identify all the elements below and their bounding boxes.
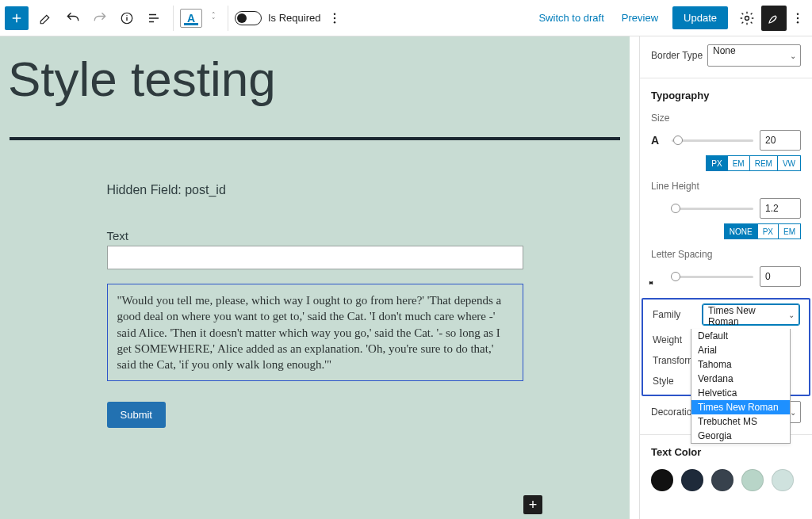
edit-button[interactable] <box>33 6 59 31</box>
font-option[interactable]: Default <box>691 329 790 343</box>
border-type-value: None <box>713 45 736 56</box>
color-swatch[interactable] <box>681 469 703 491</box>
unit-rem[interactable]: REM <box>750 155 778 171</box>
color-swatch[interactable] <box>651 469 673 491</box>
slider-thumb[interactable] <box>671 272 680 281</box>
update-button[interactable]: Update <box>672 6 728 29</box>
size-label: Size <box>651 113 801 124</box>
color-swatch[interactable] <box>741 469 764 491</box>
color-swatch[interactable] <box>711 469 733 491</box>
line-unit-pills: NONE PX EM <box>651 223 801 239</box>
svg-point-3 <box>334 21 335 23</box>
font-option[interactable]: Arial <box>691 343 790 357</box>
border-type-row: Border Type None ⌄ <box>651 44 801 67</box>
size-slider[interactable] <box>672 139 753 142</box>
letter-spacing-row: ◂▸ 0 <box>651 266 801 287</box>
editor-canvas[interactable]: Style testing Hidden Field: post_id Text… <box>0 36 630 519</box>
is-required-toggle[interactable] <box>235 11 262 25</box>
font-option[interactable]: Verdana <box>691 372 790 386</box>
line-height-input[interactable]: 1.2 <box>760 198 801 219</box>
svg-point-4 <box>745 16 749 20</box>
font-size-stepper[interactable]: ˄ ˅ <box>205 9 221 28</box>
letter-spacing-label: Letter Spacing <box>651 249 801 260</box>
svg-point-2 <box>334 17 335 18</box>
unit-px[interactable]: PX <box>706 155 727 171</box>
size-unit-pills: PX EM REM VW <box>651 155 801 171</box>
svg-point-6 <box>797 17 799 18</box>
text-input[interactable] <box>107 246 523 269</box>
text-color-heading: Text Color <box>651 446 801 458</box>
add-block-inline-button[interactable]: + <box>523 495 542 514</box>
size-slider-row: A 20 <box>651 130 801 151</box>
font-option[interactable]: Tahoma <box>691 357 790 372</box>
styles-panel-button[interactable] <box>761 6 787 31</box>
unit-none[interactable]: NONE <box>724 223 758 239</box>
sidebar-separator <box>640 78 812 78</box>
letter-spacing-slider[interactable] <box>672 276 753 278</box>
font-option-selected[interactable]: Times New Roman <box>691 400 790 414</box>
border-type-select[interactable]: None ⌄ <box>707 44 801 67</box>
border-type-label: Border Type <box>651 50 703 61</box>
font-family-group: Family Times New Roman ⌄ Default Arial T… <box>642 298 810 396</box>
submit-button[interactable]: Submit <box>107 402 166 428</box>
line-height-slider[interactable] <box>672 208 753 210</box>
font-option[interactable]: Helvetica <box>691 386 790 400</box>
toolbar-separator <box>228 6 228 31</box>
slider-thumb[interactable] <box>673 135 683 145</box>
info-button[interactable] <box>114 6 140 31</box>
font-family-dropdown: Default Arial Tahoma Verdana Helvetica T… <box>691 329 791 444</box>
text-color-underline <box>184 23 198 25</box>
unit-px[interactable]: PX <box>758 223 779 239</box>
line-height-row: 1.2 <box>651 198 801 219</box>
text-field-label[interactable]: Text <box>107 229 523 242</box>
outline-button[interactable] <box>141 6 167 31</box>
text-transform-label: Transform <box>653 355 695 366</box>
svg-point-5 <box>797 13 799 14</box>
font-family-select[interactable]: Times New Roman ⌄ Default Arial Tahoma V… <box>703 304 799 325</box>
color-swatch[interactable] <box>772 469 794 491</box>
paragraph-block-selected[interactable]: "Would you tell me, please, which way I … <box>107 284 523 381</box>
is-required-label: Is Required <box>268 12 320 24</box>
text-color-picker[interactable]: A <box>180 9 202 28</box>
svg-point-1 <box>334 13 335 14</box>
size-input[interactable]: 20 <box>760 130 801 151</box>
svg-point-7 <box>797 21 799 23</box>
preview-link[interactable]: Preview <box>614 7 666 29</box>
font-option[interactable]: Trebuchet MS <box>691 414 790 429</box>
font-family-value: Times New Roman <box>708 305 756 327</box>
chevron-down-icon: ⌄ <box>788 311 795 319</box>
font-family-label: Family <box>653 309 680 320</box>
block-more-button[interactable] <box>325 6 344 31</box>
redo-button[interactable] <box>87 6 113 31</box>
chevron-down-icon: ˅ <box>212 18 216 24</box>
font-option[interactable]: Georgia <box>691 429 790 443</box>
slider-thumb[interactable] <box>671 204 680 213</box>
switch-to-draft-link[interactable]: Switch to draft <box>530 7 611 29</box>
add-block-button[interactable] <box>5 6 29 30</box>
font-style-label: Style <box>653 376 674 387</box>
form-block: Hidden Field: post_id Text "Would you te… <box>107 183 523 428</box>
hr-block[interactable] <box>10 137 620 140</box>
settings-button[interactable] <box>734 6 760 31</box>
font-family-row: Family Times New Roman ⌄ Default Arial T… <box>653 304 799 325</box>
unit-vw[interactable]: VW <box>778 155 801 171</box>
typography-heading: Typography <box>651 90 801 101</box>
chevron-down-icon: ⌄ <box>790 52 796 60</box>
top-more-button[interactable] <box>788 6 807 31</box>
letter-spacing-input[interactable]: 0 <box>760 266 801 287</box>
color-swatches <box>651 469 801 491</box>
unit-em[interactable]: EM <box>779 223 801 239</box>
undo-button[interactable] <box>60 6 86 31</box>
font-weight-label: Weight <box>653 334 682 345</box>
toolbar-separator <box>173 6 174 31</box>
top-toolbar: A ˄ ˅ Is Required Switch to draft Previe… <box>0 0 812 36</box>
font-size-icon: A <box>651 134 665 147</box>
hidden-field-label[interactable]: Hidden Field: post_id <box>107 183 523 197</box>
settings-sidebar: Border Type None ⌄ Typography Size A 20 … <box>639 36 812 519</box>
chevron-down-icon: ⌄ <box>790 408 796 417</box>
line-height-label: Line Height <box>651 181 801 192</box>
page-title[interactable]: Style testing <box>0 36 630 132</box>
unit-em[interactable]: EM <box>728 155 750 171</box>
